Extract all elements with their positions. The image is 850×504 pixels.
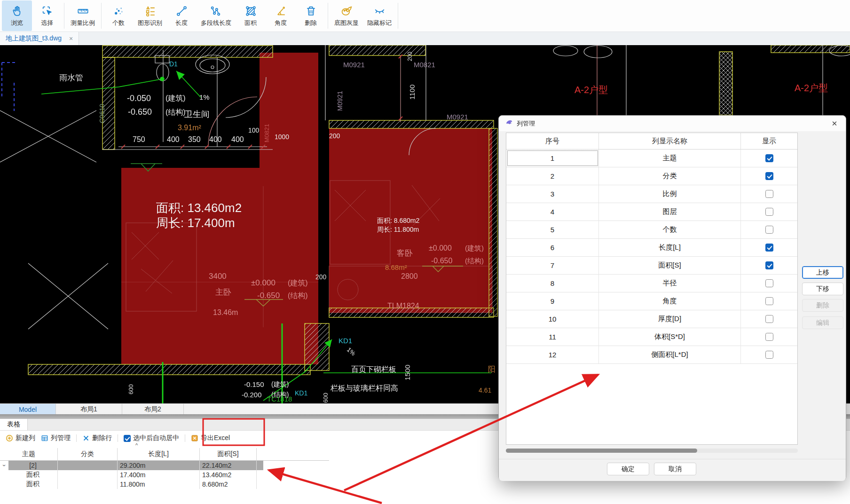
dialog-close-icon[interactable]: ✕ [830, 119, 839, 128]
cell-display-name[interactable]: 角度 [599, 292, 741, 310]
export-excel-button[interactable]: 导出Excel [188, 434, 233, 442]
tool-hide-marks[interactable]: 隐藏标记 [363, 0, 396, 31]
checkbox-unchecked-icon[interactable] [765, 315, 773, 323]
dialog-column-row[interactable]: 3比例 [506, 185, 797, 203]
dialog-column-row[interactable]: 2分类 [506, 167, 797, 185]
dialog-column-row[interactable]: 6长度[L] [506, 239, 797, 257]
column-header-category[interactable]: 分类 [58, 448, 118, 460]
checkbox-unchecked-icon[interactable] [765, 297, 773, 305]
dialog-column-row[interactable]: 11体积[S*D] [506, 328, 797, 346]
dialog-title-bar[interactable]: 列管理 [499, 116, 846, 131]
tool-measure-scale[interactable]: 测量比例 [66, 0, 99, 31]
table-row[interactable]: 面积17.400m13.460m2 [0, 470, 329, 480]
column-header-subject[interactable]: 主题 [0, 448, 58, 460]
cad-label: ±0.000 [251, 278, 275, 287]
delete-row-button[interactable]: 删除行 [79, 434, 115, 442]
ok-button[interactable]: 确定 [607, 463, 649, 475]
cell-display-name[interactable]: 侧面积[L*D] [599, 346, 741, 363]
dialog-column-row[interactable]: 5个数 [506, 221, 797, 239]
column-manage-button[interactable]: 列管理 [38, 434, 73, 442]
cell-index[interactable]: 6 [506, 239, 599, 256]
cell-display-name[interactable]: 面积[S] [599, 257, 741, 274]
cell-index[interactable]: 8 [506, 275, 599, 292]
cell-index[interactable]: 12 [506, 346, 599, 363]
checkbox-unchecked-icon[interactable] [765, 226, 773, 234]
cell-index[interactable]: 10 [506, 310, 599, 328]
cell-index[interactable]: 11 [506, 328, 599, 346]
dialog-column-row[interactable]: 9角度 [506, 292, 797, 310]
cell-index[interactable]: 1 [506, 150, 599, 167]
table-row[interactable]: 面积11.800m8.680m2 [0, 480, 329, 489]
layout-tab-布局2[interactable]: 布局2 [122, 404, 184, 415]
checkbox-checked-icon[interactable] [765, 154, 773, 162]
cell-display-name[interactable]: 长度[L] [599, 239, 741, 256]
row-expander-icon[interactable]: › [0, 461, 8, 470]
tool-count[interactable]: 个数 [103, 0, 134, 31]
tool-polyline-length[interactable]: 多段线长度 [197, 0, 236, 31]
cad-label: (结构) [165, 108, 186, 116]
dialog-horizontal-scrollbar[interactable] [506, 449, 798, 453]
checkbox-unchecked-icon[interactable] [765, 333, 773, 341]
new-column-button[interactable]: 新建列 [3, 434, 38, 442]
tool-length[interactable]: 长度 [166, 0, 197, 31]
dialog-column-row[interactable]: 4图层 [506, 203, 797, 221]
move-down-button[interactable]: 下移 [802, 283, 843, 295]
cell-index[interactable]: 5 [506, 221, 599, 238]
scrollbar-thumb[interactable] [506, 449, 697, 453]
cad-label: (结构) [465, 257, 484, 265]
cancel-button[interactable]: 取消 [654, 463, 696, 475]
tab-table[interactable]: 表格 [0, 419, 28, 430]
cell-display-name[interactable]: 图层 [599, 203, 741, 220]
document-tab-bar: 地上建筑图_t3.dwg × [0, 32, 850, 46]
cell-display-name[interactable]: 厚度[D] [599, 310, 741, 328]
dialog-column-row[interactable]: 7面积[S] [506, 257, 797, 275]
dialog-column-row[interactable]: 10厚度[D] [506, 310, 797, 328]
dialog-column-row[interactable]: 8半径 [506, 275, 797, 292]
document-tab[interactable]: 地上建筑图_t3.dwg × [0, 32, 79, 45]
cad-label: A-2户型 [795, 83, 828, 93]
tab-table-label: 表格 [7, 420, 20, 429]
layout-tab-布局1[interactable]: 布局1 [56, 404, 122, 415]
dialog-column-row[interactable]: 1主题 [506, 150, 797, 167]
table-row[interactable]: ›[2]29.200m22.140m2 [0, 461, 329, 470]
tool-angle[interactable]: 角度 [266, 0, 296, 31]
cad-label: 面积: 13.460m2 [156, 201, 242, 215]
delete-button: 删除 [802, 299, 843, 312]
cell-index[interactable]: 9 [506, 292, 599, 310]
layout-tab-Model[interactable]: Model [0, 404, 56, 415]
checkbox-checked-icon[interactable] [124, 435, 131, 442]
cell-index[interactable]: 3 [506, 185, 599, 203]
cell-display-name[interactable]: 主题 [599, 150, 741, 167]
checkbox-checked-icon[interactable] [765, 261, 773, 269]
cad-label: (建筑) [465, 244, 484, 252]
auto-center-checkbox[interactable]: 选中后自动居中 [121, 434, 182, 442]
checkbox-unchecked-icon[interactable] [765, 279, 773, 287]
tool-shape-recognition[interactable]: 图形识别 [134, 0, 166, 31]
tool-browse[interactable]: 浏览 [2, 0, 32, 31]
tool-area[interactable]: 面积 [236, 0, 266, 31]
cell-index[interactable]: 7 [506, 257, 599, 274]
cell-index[interactable]: 2 [506, 167, 599, 185]
cad-label: 周长: 11.800m [377, 226, 419, 233]
cell-display-name[interactable]: 半径 [599, 275, 741, 292]
cell-display-name[interactable]: 个数 [599, 221, 741, 238]
dialog-column-row[interactable]: 12侧面积[L*D] [506, 346, 797, 364]
cell-display-name[interactable]: 分类 [599, 167, 741, 185]
cell-index[interactable]: 4 [506, 203, 599, 220]
checkbox-unchecked-icon[interactable] [765, 208, 773, 216]
tool-dim-background[interactable]: 底图灰显 [330, 0, 363, 31]
checkbox-unchecked-icon[interactable] [765, 190, 773, 198]
column-header-length[interactable]: 长度[L] [118, 448, 200, 460]
checkbox-unchecked-icon[interactable] [765, 351, 773, 359]
row-expander [0, 480, 8, 489]
column-header-area[interactable]: 面积[S] [200, 448, 257, 460]
move-up-button[interactable]: 上移 [802, 266, 843, 279]
checkbox-checked-icon[interactable] [765, 244, 773, 252]
tool-delete[interactable]: 删除 [296, 0, 326, 31]
cell-display-name[interactable]: 比例 [599, 185, 741, 203]
cad-label: (建筑) [288, 279, 308, 287]
tool-select[interactable]: 选择 [32, 0, 62, 31]
close-tab-icon[interactable]: × [69, 35, 73, 42]
cell-display-name[interactable]: 体积[S*D] [599, 328, 741, 346]
checkbox-checked-icon[interactable] [765, 172, 773, 180]
